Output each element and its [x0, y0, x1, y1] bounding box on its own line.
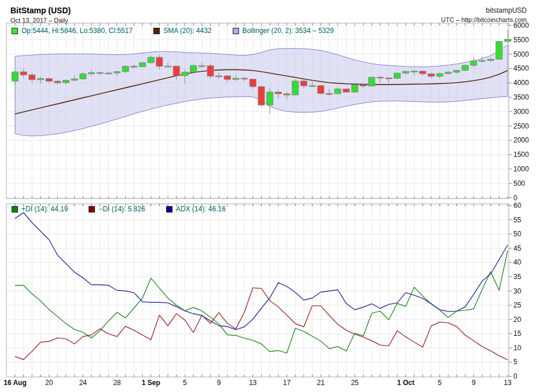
date-axis-tick-label: 1 Oct: [397, 379, 414, 387]
date-axis-tick-label: 21: [317, 379, 325, 387]
price-axis-tick-label: 3000: [513, 108, 529, 115]
date-axis-tick-label: 20: [45, 379, 53, 387]
date-axis-tick-label: 24: [79, 379, 87, 387]
date-axis-tick-label: 5: [183, 379, 187, 387]
date-axis-tick-label: 9: [472, 379, 476, 387]
date-axis-tick-label: 9: [217, 379, 221, 387]
price-axis-tick-label: 2000: [513, 137, 529, 144]
legend-item-bollinger: Bollinger (20, 2): 3534 – 5329: [233, 27, 334, 35]
date-axis-tick-label: 5: [438, 379, 442, 387]
adx-legend-label: ADX (14): 46.16: [176, 205, 226, 213]
date-axis-tick-label: 25: [351, 379, 358, 387]
price-panel-legend: Op:5444, Hi:5846, Lo:5380, Cl:5517 SMA (…: [12, 26, 334, 35]
sma-swatch-icon: [153, 28, 160, 34]
indicator-axis-tick-label: 55: [513, 217, 521, 224]
indicator-axis-tick-label: 15: [513, 330, 521, 337]
price-axis-tick-label: 4000: [513, 79, 529, 86]
price-axis-tick-label: 4500: [513, 65, 529, 72]
price-axis-tick-label: 0: [513, 195, 517, 202]
price-axis-tick-label: 5000: [513, 51, 529, 58]
legend-item-plus-di: +DI (14): 44.19: [12, 205, 68, 213]
indicator-axis-tick-label: 45: [513, 245, 521, 252]
date-axis-tick-label: 13: [504, 379, 511, 387]
plus-di-legend-label: +DI (14): 44.19: [21, 205, 68, 213]
exchange-symbol-label: bitstampUSD: [486, 6, 527, 14]
adx-swatch-icon: [166, 206, 172, 213]
minus-di-legend-label: −DI (14): 5.826: [98, 205, 145, 213]
plus-di-swatch-icon: [12, 206, 18, 213]
indicator-axis-tick-label: 5: [513, 358, 517, 365]
legend-item-adx: ADX (14): 46.16: [166, 205, 226, 213]
bollinger-swatch-icon: [233, 28, 239, 34]
date-axis-tick-label: 28: [113, 379, 120, 387]
bollinger-legend-label: Bollinger (20, 2): 3534 – 5329: [243, 27, 334, 35]
indicator-axis-tick-label: 40: [513, 259, 521, 266]
date-axis-tick-label: 17: [283, 379, 291, 387]
indicator-axis-tick-label: 25: [513, 302, 521, 309]
sma-legend-label: SMA (20): 4432: [163, 27, 211, 35]
indicator-axis-tick-label: 20: [513, 316, 521, 323]
ohlc-legend-label: Op:5444, Hi:5846, Lo:5380, Cl:5517: [21, 27, 133, 35]
price-axis-tick-label: 5500: [513, 36, 529, 43]
bitcoincharts-chart-canvas: [0, 0, 536, 392]
indicator-axis-tick-label: 50: [513, 230, 521, 237]
legend-item-minus-di: −DI (14): 5.826: [89, 205, 145, 213]
chart-date-interval: Oct 13, 2017 – Daily: [10, 17, 68, 24]
indicator-panel-legend: +DI (14): 44.19 −DI (14): 5.826 ADX (14)…: [12, 204, 226, 214]
price-axis-tick-label: 3500: [513, 94, 529, 101]
ohlc-swatch-icon: [12, 28, 18, 34]
price-axis-tick-label: 1500: [513, 151, 529, 158]
indicator-axis-tick-label: 10: [513, 345, 521, 351]
price-axis-tick-label: 1000: [513, 166, 529, 173]
legend-item-ohlc: Op:5444, Hi:5846, Lo:5380, Cl:5517: [12, 27, 133, 35]
indicator-axis-tick-label: 35: [513, 273, 521, 280]
indicator-axis-tick-label: 0: [513, 373, 517, 380]
date-axis-tick-label: 13: [249, 379, 256, 387]
minus-di-swatch-icon: [89, 206, 95, 213]
date-axis-tick-label: 16 Aug: [3, 379, 27, 387]
legend-item-sma: SMA (20): 4432: [153, 27, 211, 35]
page-title: BitStamp (USD): [10, 6, 71, 15]
price-axis-tick-label: 500: [513, 180, 525, 187]
indicator-axis-tick-label: 60: [513, 202, 521, 209]
indicator-axis-tick-label: 30: [513, 288, 521, 295]
price-axis-tick-label: 6000: [513, 22, 529, 29]
date-axis-tick-label: 1 Sep: [142, 379, 160, 387]
price-axis-tick-label: 2500: [513, 123, 529, 130]
